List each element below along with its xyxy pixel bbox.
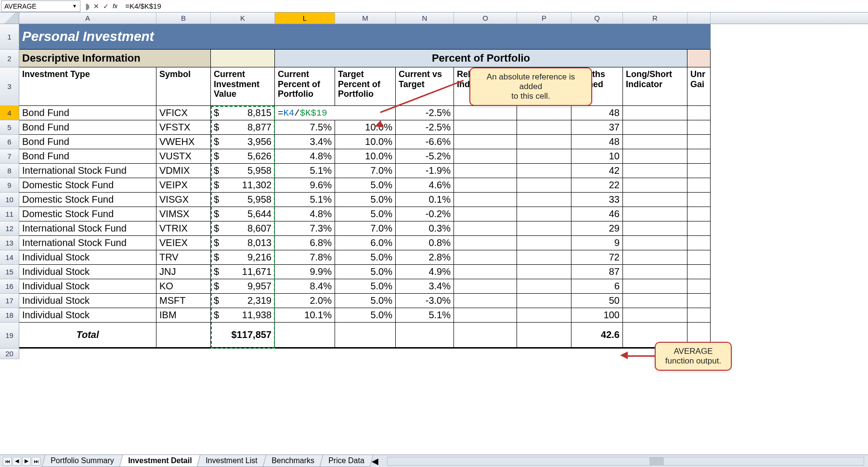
cell-vs-target[interactable]: 3.4% xyxy=(396,279,454,294)
cell-rebalance[interactable] xyxy=(454,207,517,221)
cell-current-pct[interactable]: 4.8% xyxy=(275,207,335,221)
cell-longshort[interactable] xyxy=(623,308,687,323)
cell[interactable] xyxy=(335,323,396,349)
cell-gain[interactable] xyxy=(687,164,711,178)
cell-rebalance[interactable] xyxy=(454,250,517,265)
cell[interactable] xyxy=(517,323,571,349)
cell-rebalance[interactable] xyxy=(454,279,517,294)
cell-longshort[interactable] xyxy=(623,193,687,207)
cell-buysell[interactable] xyxy=(517,135,571,149)
name-box[interactable]: AVERAGE ▼ xyxy=(1,0,80,12)
row-header-10[interactable]: 10 xyxy=(0,193,19,207)
cell-symbol[interactable]: MSFT xyxy=(156,294,211,308)
cell-symbol[interactable]: VFSTX xyxy=(156,120,211,135)
cell-type[interactable]: Domestic Stock Fund xyxy=(19,207,156,221)
cell-vs-target[interactable]: -3.0% xyxy=(396,294,454,308)
cell-months[interactable]: 10 xyxy=(571,149,623,164)
cell-gain[interactable] xyxy=(687,250,711,265)
cell-buysell[interactable] xyxy=(517,120,571,135)
cell-rebalance[interactable] xyxy=(454,294,517,308)
cell[interactable] xyxy=(211,50,275,67)
cell-target-pct[interactable]: 5.0% xyxy=(335,294,396,308)
row-header-14[interactable]: 14 xyxy=(0,250,19,265)
col-header-N[interactable]: N xyxy=(396,13,454,24)
cell-value[interactable]: $5,958 xyxy=(211,193,275,207)
chevron-down-icon[interactable]: ▼ xyxy=(72,3,77,9)
section-descriptive[interactable]: Descriptive Information xyxy=(19,50,211,67)
cell-vs-target[interactable]: -0.2% xyxy=(396,207,454,221)
cell[interactable] xyxy=(156,323,211,349)
cell-rebalance[interactable] xyxy=(454,135,517,149)
row-header-19[interactable]: 19 xyxy=(0,323,19,349)
cell-vs-target[interactable]: 0.8% xyxy=(396,236,454,250)
cell-type[interactable]: International Stock Fund xyxy=(19,236,156,250)
cell-buysell[interactable] xyxy=(517,265,571,279)
cell-longshort[interactable] xyxy=(623,265,687,279)
cell-longshort[interactable] xyxy=(623,221,687,236)
cell-type[interactable]: Individual Stock xyxy=(19,265,156,279)
cell-months[interactable]: 29 xyxy=(571,221,623,236)
cancel-formula-icon[interactable]: ✕ xyxy=(93,2,99,10)
cell-vs-target[interactable]: 0.1% xyxy=(396,193,454,207)
col-header-L[interactable]: L xyxy=(275,13,335,24)
cell-rebalance[interactable] xyxy=(454,193,517,207)
cell-buysell[interactable] xyxy=(517,207,571,221)
row-header-12[interactable]: 12 xyxy=(0,221,19,236)
horizontal-scrollbar[interactable] xyxy=(387,457,864,466)
header-current-pct[interactable]: Current Percent of Portfolio xyxy=(275,67,335,106)
cell-longshort[interactable] xyxy=(623,106,687,120)
cell-months[interactable]: 72 xyxy=(571,250,623,265)
cell-type[interactable]: Bond Fund xyxy=(19,149,156,164)
tab-nav-prev-icon[interactable]: ◀ xyxy=(13,457,21,466)
cell-gain[interactable] xyxy=(687,308,711,323)
cell-current-pct[interactable]: 7.3% xyxy=(275,221,335,236)
cell-target-pct[interactable]: 10.0% xyxy=(335,135,396,149)
cell-gain[interactable] xyxy=(687,149,711,164)
cell-rebalance[interactable] xyxy=(454,120,517,135)
col-header-B[interactable]: B xyxy=(156,13,211,24)
row-header-20[interactable]: 20 xyxy=(0,349,19,359)
cell-longshort[interactable] xyxy=(623,178,687,193)
cell-value[interactable]: $11,302 xyxy=(211,178,275,193)
cell-months[interactable]: 48 xyxy=(571,135,623,149)
row-header-17[interactable]: 17 xyxy=(0,294,19,308)
total-label[interactable]: Total xyxy=(19,323,156,349)
header-symbol[interactable]: Symbol xyxy=(156,67,211,106)
cell-vs-target[interactable]: 0.3% xyxy=(396,221,454,236)
cell-months[interactable]: 33 xyxy=(571,193,623,207)
cell-value[interactable]: $8,607 xyxy=(211,221,275,236)
cell-longshort[interactable] xyxy=(623,294,687,308)
cell-buysell[interactable] xyxy=(517,279,571,294)
cell-vs-target[interactable]: -2.5% xyxy=(396,120,454,135)
cell-symbol[interactable]: TRV xyxy=(156,250,211,265)
cell-current-pct[interactable]: 7.5% xyxy=(275,120,335,135)
cell-type[interactable]: Domestic Stock Fund xyxy=(19,193,156,207)
col-header-O[interactable]: O xyxy=(454,13,517,24)
cell-symbol[interactable]: VEIPX xyxy=(156,178,211,193)
cell-vs-target[interactable]: 4.6% xyxy=(396,178,454,193)
page-title[interactable]: Personal Investment xyxy=(19,24,211,50)
cell-gain[interactable] xyxy=(687,265,711,279)
cell-symbol[interactable]: JNJ xyxy=(156,265,211,279)
cell-target-pct[interactable]: 5.0% xyxy=(335,193,396,207)
cell-buysell[interactable] xyxy=(517,236,571,250)
cell-gain[interactable] xyxy=(687,279,711,294)
cell-longshort[interactable] xyxy=(623,149,687,164)
header-unrealized[interactable]: Unr Gai xyxy=(687,67,711,106)
formula-expand-icon[interactable]: ◗ xyxy=(85,1,90,12)
row-header-8[interactable]: 8 xyxy=(0,164,19,178)
cell-gain[interactable] xyxy=(687,178,711,193)
cell-target-pct[interactable]: 5.0% xyxy=(335,207,396,221)
formula-input[interactable]: =K4/$K$19 xyxy=(121,2,868,10)
cell-vs-target[interactable]: -5.2% xyxy=(396,149,454,164)
cell-current-pct[interactable]: 4.8% xyxy=(275,149,335,164)
cell-value[interactable]: $3,956 xyxy=(211,135,275,149)
cell-value[interactable]: $5,958 xyxy=(211,164,275,178)
cell-gain[interactable] xyxy=(687,106,711,120)
cell-current-pct[interactable]: 2.0% xyxy=(275,294,335,308)
row-header-18[interactable]: 18 xyxy=(0,308,19,323)
cell-buysell[interactable] xyxy=(517,221,571,236)
cell-vs-target[interactable]: -1.9% xyxy=(396,164,454,178)
cell-symbol[interactable]: VFICX xyxy=(156,106,211,120)
cell-type[interactable]: International Stock Fund xyxy=(19,164,156,178)
